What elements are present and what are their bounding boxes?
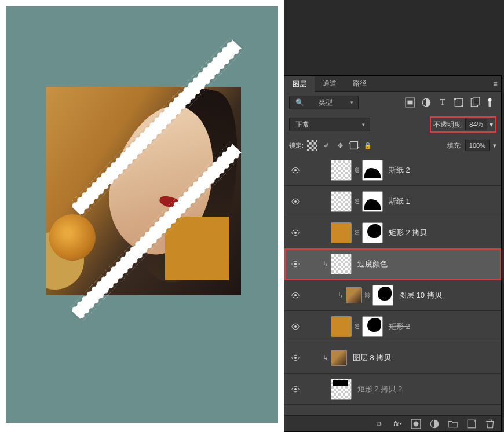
layer-thumb[interactable] bbox=[331, 350, 347, 366]
lock-all-icon[interactable]: 🔒 bbox=[363, 140, 373, 151]
panel-menu-icon[interactable]: ≡ bbox=[490, 79, 501, 89]
layers-list: ⛓斯纸 2⛓斯纸 1⛓矩形 2 拷贝↳过度颜色↳⛓图层 10 拷贝⛓矩形 2↳图… bbox=[284, 155, 501, 415]
fill-value-input[interactable]: 100% bbox=[465, 140, 490, 151]
filter-adjust-icon[interactable] bbox=[421, 97, 432, 108]
filter-select[interactable]: 🔍 类型 ▾ bbox=[289, 96, 359, 109]
filter-pixel-icon[interactable] bbox=[405, 97, 415, 108]
fill-label: 填充: bbox=[447, 141, 462, 150]
indent: ↳ bbox=[303, 354, 331, 362]
visibility-toggle[interactable] bbox=[288, 385, 303, 394]
delete-layer-icon[interactable] bbox=[485, 419, 495, 429]
svg-point-21 bbox=[294, 325, 297, 328]
layer-row[interactable]: 矩形 2 拷贝 2 bbox=[284, 374, 501, 405]
chevron-down-icon: ▾ bbox=[350, 100, 353, 105]
add-mask-icon[interactable] bbox=[411, 419, 421, 429]
svg-rect-13 bbox=[350, 142, 358, 149]
layer-row[interactable]: ⛓矩形 2 拷贝 bbox=[284, 217, 501, 248]
link-icon[interactable]: ⛓ bbox=[354, 167, 360, 173]
new-layer-icon[interactable] bbox=[466, 419, 477, 429]
layer-thumb[interactable] bbox=[331, 160, 352, 181]
visibility-toggle[interactable] bbox=[288, 166, 303, 175]
filter-label: 类型 bbox=[319, 98, 333, 108]
chevron-down-icon: ▾ bbox=[362, 122, 365, 127]
svg-point-23 bbox=[294, 388, 297, 390]
layer-row[interactable]: ↳过度颜色 bbox=[284, 248, 501, 280]
chevron-down-icon[interactable]: ▾ bbox=[493, 142, 496, 149]
layer-name[interactable]: 斯纸 2 bbox=[389, 165, 410, 175]
layer-mask-thumb[interactable] bbox=[362, 191, 383, 212]
layer-row[interactable]: ↳⛓图层 10 拷贝 bbox=[284, 280, 501, 311]
tab-layers[interactable]: 图层 bbox=[284, 76, 315, 92]
layer-thumb[interactable] bbox=[331, 379, 352, 400]
filter-shape-icon[interactable] bbox=[454, 97, 464, 108]
lock-paint-icon[interactable]: ✐ bbox=[321, 140, 331, 151]
link-layers-icon[interactable]: ⧉ bbox=[374, 419, 384, 429]
document-canvas[interactable] bbox=[6, 6, 278, 423]
layer-row[interactable]: ⛓矩形 2 bbox=[284, 311, 501, 342]
layer-mask-thumb[interactable] bbox=[362, 316, 383, 337]
layers-panel: 图层 通道 路径 ≡ 🔍 类型 ▾ T bbox=[284, 75, 502, 432]
layer-thumb[interactable] bbox=[331, 254, 352, 274]
layers-bottom-toolbar: ⧉ fx▾ bbox=[284, 415, 501, 431]
visibility-toggle[interactable] bbox=[288, 353, 303, 363]
opacity-value: 84% bbox=[469, 120, 483, 129]
rect-corner bbox=[165, 217, 229, 280]
thumb-group: ⛓ bbox=[331, 191, 383, 212]
thumb-group: ⛓ bbox=[346, 285, 393, 306]
filter-smart-icon[interactable] bbox=[470, 97, 480, 108]
svg-point-18 bbox=[294, 232, 297, 234]
layer-name[interactable]: 过度颜色 bbox=[357, 259, 388, 269]
indent: ↳ bbox=[303, 260, 331, 268]
visibility-toggle[interactable] bbox=[288, 259, 303, 269]
layer-thumb[interactable] bbox=[331, 222, 352, 243]
layer-row[interactable]: ⛓斯纸 1 bbox=[284, 186, 501, 217]
fx-icon[interactable]: fx▾ bbox=[392, 419, 403, 429]
svg-rect-1 bbox=[408, 101, 413, 105]
svg-point-22 bbox=[294, 357, 297, 359]
thumb-group: ⛓ bbox=[331, 160, 383, 181]
visibility-toggle[interactable] bbox=[288, 322, 303, 331]
thumb-group bbox=[331, 350, 347, 366]
lock-artboard-icon[interactable] bbox=[349, 140, 359, 151]
clip-indicator-icon: ↳ bbox=[323, 260, 328, 268]
link-icon[interactable]: ⛓ bbox=[354, 229, 360, 236]
lock-move-icon[interactable]: ✥ bbox=[335, 140, 345, 151]
lock-trans-icon[interactable] bbox=[307, 140, 317, 151]
link-icon[interactable]: ⛓ bbox=[354, 198, 360, 204]
tab-paths[interactable]: 路径 bbox=[345, 76, 375, 92]
layer-thumb[interactable] bbox=[331, 316, 352, 337]
layer-mask-thumb[interactable] bbox=[372, 285, 393, 306]
layer-row[interactable]: ↳图层 8 拷贝 bbox=[284, 342, 501, 374]
layer-name[interactable]: 矩形 2 拷贝 bbox=[389, 228, 427, 238]
layer-name[interactable]: 矩形 2 拷贝 2 bbox=[357, 384, 402, 394]
layer-name[interactable]: 斯纸 1 bbox=[389, 196, 410, 207]
layer-name[interactable]: 矩形 2 bbox=[389, 321, 410, 332]
opacity-label: 不透明度: bbox=[433, 120, 463, 130]
thumb-group bbox=[331, 254, 352, 274]
svg-point-17 bbox=[294, 200, 297, 203]
visibility-toggle[interactable] bbox=[288, 291, 303, 300]
clip-indicator-icon: ↳ bbox=[323, 354, 328, 362]
thumb-group bbox=[331, 379, 352, 400]
layer-thumb[interactable] bbox=[346, 287, 362, 303]
svg-point-19 bbox=[294, 263, 297, 265]
layer-name[interactable]: 图层 10 拷贝 bbox=[399, 290, 442, 301]
visibility-toggle[interactable] bbox=[288, 228, 303, 237]
tab-channels[interactable]: 通道 bbox=[315, 76, 345, 92]
link-icon[interactable]: ⛓ bbox=[354, 323, 360, 330]
layer-row[interactable]: ⛓斯纸 2 bbox=[284, 155, 501, 186]
layer-mask-thumb[interactable] bbox=[362, 160, 383, 181]
layer-thumb[interactable] bbox=[331, 191, 352, 212]
blend-mode-select[interactable]: 正常 ▾ bbox=[289, 118, 370, 131]
visibility-toggle[interactable] bbox=[288, 197, 303, 206]
add-adjust-icon[interactable] bbox=[429, 419, 440, 429]
indent: ↳ bbox=[303, 291, 346, 299]
opacity-value-input[interactable]: 84% bbox=[465, 119, 487, 130]
chevron-down-icon[interactable]: ▾ bbox=[490, 120, 493, 129]
link-icon[interactable]: ⛓ bbox=[364, 292, 370, 298]
layer-name[interactable]: 图层 8 拷贝 bbox=[353, 353, 391, 363]
filter-toggle-icon[interactable] bbox=[486, 97, 496, 108]
new-group-icon[interactable] bbox=[448, 419, 458, 429]
filter-type-icon[interactable]: T bbox=[437, 97, 448, 108]
layer-mask-thumb[interactable] bbox=[362, 222, 383, 243]
